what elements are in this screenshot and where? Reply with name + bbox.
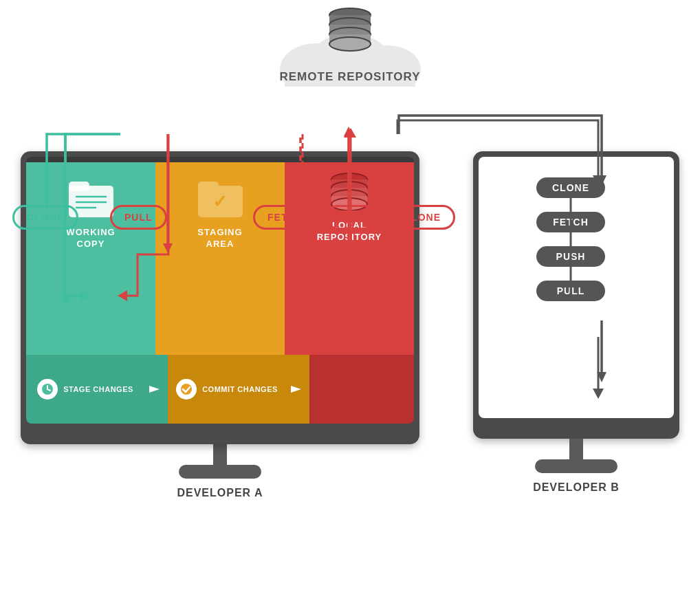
monitor-stand-b	[473, 439, 679, 473]
monitors-row: WORKING COPY ✓ STAGING AREA	[21, 151, 679, 499]
svg-marker-15	[345, 128, 356, 138]
stage-changes-group: STAGE CHANGES	[37, 379, 133, 400]
arrow-stage	[144, 355, 168, 424]
fetch-button[interactable]: FETCH	[253, 205, 318, 230]
monitor-screen-a: WORKING COPY ✓ STAGING AREA	[21, 151, 419, 444]
clone-button-left[interactable]: CLONE	[12, 205, 78, 230]
svg-marker-34	[149, 386, 160, 393]
developer-a-bold: A	[254, 487, 263, 499]
svg-rect-24	[198, 182, 219, 191]
push-button[interactable]: PUSH	[326, 205, 384, 230]
monitor-a: WORKING COPY ✓ STAGING AREA	[21, 151, 419, 499]
arrow-right-stage	[146, 379, 166, 400]
bottom-strip: STAGE CHANGES	[26, 355, 414, 424]
stand-neck-a	[213, 444, 227, 465]
developer-b-bold: B	[611, 481, 620, 493]
stand-base-a	[179, 465, 261, 479]
arrow-right-commit	[287, 379, 308, 400]
stage-icon	[37, 379, 58, 400]
staging-area-section: ✓ STAGING AREA	[155, 162, 285, 355]
svg-marker-39	[344, 128, 353, 138]
strip-working-copy: STAGE CHANGES	[26, 355, 144, 424]
remote-repo-label: REMOTE REPOSITORY	[280, 70, 421, 83]
clone-button-b[interactable]: CLONE	[536, 177, 605, 198]
monitor-b-label: DEVELOPER B	[473, 481, 679, 494]
monitor-b: DEVELOPER B	[473, 151, 679, 494]
clock-icon	[41, 383, 54, 395]
push-button-b[interactable]: PUSH	[536, 246, 605, 267]
stand-neck-b	[569, 439, 583, 459]
stage-changes-label: STAGE CHANGES	[63, 384, 133, 394]
svg-marker-36	[291, 386, 301, 393]
svg-text:✓: ✓	[212, 191, 228, 212]
working-copy-label: WORKING COPY	[66, 227, 115, 250]
strip-local-repo	[309, 355, 414, 424]
pull-button-b[interactable]: PULL	[536, 281, 605, 301]
monitor-a-label: DEVELOPER A	[21, 487, 419, 499]
svg-marker-45	[344, 127, 353, 136]
strip-staging-area: COMMIT CHANGES	[168, 355, 286, 424]
commit-changes-group: COMMIT CHANGES	[176, 379, 278, 400]
folder-staging-svg: ✓	[198, 176, 243, 217]
diagram-container: REMOTE REPOSITORY	[0, 0, 700, 590]
local-repo-section: LOCAL REPOSITORY	[285, 162, 414, 355]
stand-base-b	[535, 459, 617, 473]
remote-repository: REMOTE REPOSITORY	[274, 7, 426, 89]
screen-content-a: WORKING COPY ✓ STAGING AREA	[26, 162, 414, 355]
developer-b-label: DEVELOPER	[533, 481, 611, 493]
commit-changes-label: COMMIT CHANGES	[202, 384, 278, 394]
screen-inner-a: WORKING COPY ✓ STAGING AREA	[26, 157, 414, 424]
commit-icon	[176, 379, 197, 400]
developer-a-label: DEVELOPER	[177, 487, 254, 499]
folder-icon-staging: ✓	[198, 176, 243, 220]
svg-rect-19	[69, 182, 89, 191]
screen-top-bar	[26, 157, 414, 162]
db-cylinder-svg	[325, 7, 375, 52]
db-icon	[325, 7, 375, 54]
check-icon	[180, 383, 193, 395]
arrow-commit	[286, 355, 309, 424]
fetch-button-b[interactable]: FETCH	[536, 212, 605, 232]
clone-button-top[interactable]: CLONE	[389, 205, 455, 230]
pull-button[interactable]: PULL	[110, 205, 167, 230]
working-copy-section: WORKING COPY	[26, 162, 155, 355]
staging-area-label: STAGING AREA	[197, 227, 242, 250]
monitor-stand-a	[21, 444, 419, 479]
svg-point-11	[329, 37, 371, 51]
